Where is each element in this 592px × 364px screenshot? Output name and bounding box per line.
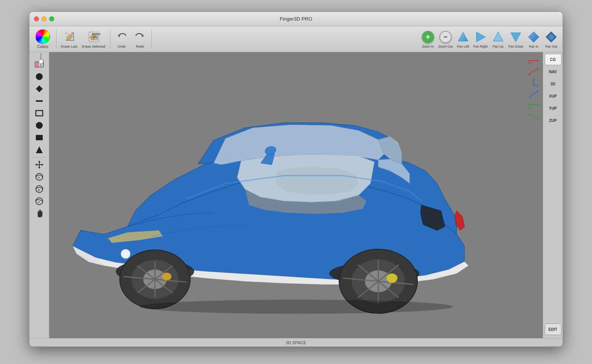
- minimize-button[interactable]: [42, 16, 47, 21]
- nav-controls: + Zoom In − Zoom Out: [420, 29, 560, 49]
- pan-up-icon: [491, 30, 505, 44]
- hand-tool-button[interactable]: [32, 208, 47, 219]
- yz-axis-button[interactable]: +y: [526, 88, 541, 99]
- edit-button[interactable]: EDIT: [545, 324, 561, 335]
- xy-axis-button[interactable]: +x: [526, 66, 541, 77]
- move-tool-button[interactable]: [32, 159, 47, 170]
- svg-marker-78: [537, 104, 539, 106]
- pan-left-icon: [456, 30, 470, 44]
- svg-text:↩: ↩: [65, 32, 68, 35]
- erase-selected-icon: ERASE SEL.: [87, 30, 101, 44]
- svg-text:x: x: [38, 176, 40, 179]
- svg-marker-29: [42, 164, 43, 166]
- app-window: Finger3D PRO Colors ↩ Erase Last: [29, 11, 563, 347]
- svg-text:+z: +z: [528, 106, 531, 110]
- line-tool-button[interactable]: [32, 95, 47, 107]
- redo-button[interactable]: Redo: [132, 29, 148, 49]
- viewport[interactable]: +x +x +y: [49, 52, 543, 338]
- brush-size-slider[interactable]: [32, 55, 47, 57]
- circle2-tool-button[interactable]: [32, 120, 47, 131]
- svg-marker-5: [142, 35, 144, 37]
- svg-point-21: [36, 122, 43, 129]
- erase-selected-label: Erase Selected: [82, 45, 105, 48]
- erase-last-icon: ↩: [63, 30, 76, 44]
- svg-text:+y: +y: [534, 83, 538, 87]
- svg-line-80: [530, 114, 537, 119]
- zoom-in-button[interactable]: + Zoom In: [420, 29, 436, 49]
- pan-left-label: Pan Left: [457, 45, 469, 48]
- pan-in-label: Pan In: [529, 45, 539, 48]
- zoom-out-icon: −: [438, 30, 453, 44]
- rotate-y-tool-button[interactable]: y: [32, 183, 47, 195]
- erase-selected-button[interactable]: ERASE SEL. Erase Selected: [80, 29, 107, 49]
- svg-text:+x: +x: [528, 73, 531, 77]
- zoom-out-button[interactable]: − Zoom Out: [437, 29, 454, 49]
- 3d-button[interactable]: 3D: [545, 78, 561, 90]
- svg-point-48: [162, 273, 172, 281]
- pan-out-label: Pan Out: [545, 45, 557, 48]
- pan-right-button[interactable]: Pan Right: [472, 29, 489, 49]
- svg-marker-26: [38, 160, 40, 162]
- cg-button[interactable]: CG: [545, 54, 561, 65]
- x-axis-button[interactable]: +x: [526, 55, 541, 66]
- xup-button[interactable]: XUP: [545, 90, 561, 102]
- pan-left-button[interactable]: Pan Left: [455, 29, 471, 49]
- svg-rect-20: [36, 111, 43, 116]
- colors-button[interactable]: Colors: [32, 28, 53, 50]
- pan-down-button[interactable]: Pan Down: [507, 29, 524, 49]
- svg-marker-18: [36, 85, 43, 92]
- erase-last-label: Erase Last: [61, 45, 77, 48]
- xz-axis-button[interactable]: +z: [526, 111, 541, 121]
- rect-stroke-tool-button[interactable]: [32, 107, 47, 119]
- pan-right-label: Pan Right: [473, 45, 487, 48]
- svg-text:+y: +y: [528, 95, 531, 99]
- z-axis-button[interactable]: +z: [526, 99, 541, 110]
- pan-in-icon: [526, 30, 541, 44]
- axis-controls: +x +x +y: [526, 55, 541, 121]
- divider-3: [151, 30, 152, 49]
- y-axis-button[interactable]: +y: [526, 77, 541, 88]
- redo-icon: [133, 30, 147, 44]
- svg-text:y: y: [38, 188, 40, 191]
- zoom-in-label: Zoom In: [422, 45, 434, 48]
- pan-in-button[interactable]: Pan In: [525, 29, 542, 49]
- svg-point-62: [121, 249, 130, 259]
- diamond-tool-button[interactable]: [32, 83, 47, 95]
- svg-marker-4: [118, 35, 120, 37]
- rect2-tool-button[interactable]: [32, 132, 47, 143]
- yup-button[interactable]: YUP: [545, 103, 561, 114]
- zoom-out-label: Zoom Out: [438, 45, 453, 48]
- erase-last-button[interactable]: ↩ Erase Last: [60, 29, 79, 49]
- svg-text:ERASE: ERASE: [92, 33, 100, 35]
- svg-marker-9: [493, 32, 503, 41]
- svg-marker-23: [36, 146, 43, 153]
- svg-rect-19: [36, 100, 43, 102]
- pan-down-label: Pan Down: [508, 45, 523, 48]
- rotate-z-tool-button[interactable]: z: [32, 196, 47, 207]
- svg-text:SEL.: SEL.: [93, 36, 99, 38]
- separator-1: [32, 157, 46, 157]
- divider-2: [110, 30, 110, 49]
- status-text: 3D SPACE: [286, 340, 306, 345]
- close-button[interactable]: [34, 16, 39, 21]
- divider-1: [56, 30, 56, 49]
- svg-rect-16: [35, 62, 38, 67]
- pan-out-button[interactable]: Pan Out: [543, 29, 560, 49]
- circle-fill-tool-button[interactable]: [32, 71, 47, 82]
- undo-button[interactable]: Undo: [113, 29, 130, 49]
- triangle-tool-button[interactable]: [32, 144, 47, 156]
- svg-marker-10: [511, 33, 521, 42]
- svg-point-17: [36, 73, 43, 80]
- pan-up-button[interactable]: Pan Up: [490, 29, 507, 49]
- pan-right-icon: [473, 30, 488, 44]
- maximize-button[interactable]: [49, 16, 54, 21]
- undo-label: Undo: [117, 45, 126, 48]
- svg-marker-7: [458, 32, 468, 41]
- 3d-scene: [49, 52, 543, 338]
- zup-button[interactable]: ZUP: [545, 115, 561, 126]
- title-bar: Finger3D PRO: [29, 12, 563, 26]
- toolbar: Colors ↩ Erase Last ER: [29, 26, 563, 52]
- svg-marker-72: [532, 78, 535, 79]
- rotate-x-tool-button[interactable]: x: [32, 171, 47, 183]
- nav-button[interactable]: NAV: [545, 66, 561, 77]
